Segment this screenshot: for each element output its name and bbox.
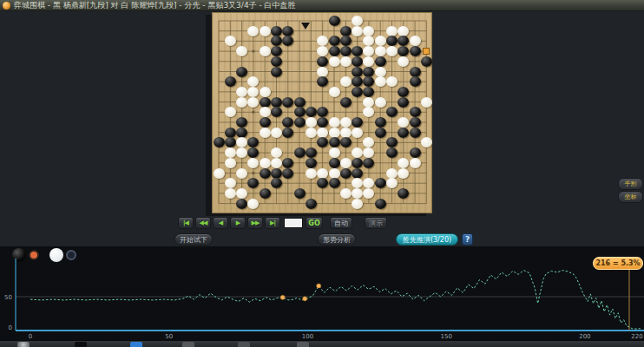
black-stone — [282, 158, 293, 168]
white-stone — [271, 147, 282, 158]
black-stone — [352, 158, 363, 168]
white-stone — [306, 128, 317, 138]
black-stone — [306, 147, 317, 158]
black-stone — [236, 199, 247, 209]
white-stone — [260, 158, 271, 168]
white-stone — [375, 76, 386, 87]
white-stone — [236, 87, 247, 97]
black-stone — [329, 158, 340, 168]
teware-button[interactable]: 手割 — [618, 178, 643, 190]
white-stone — [375, 67, 386, 77]
x-tick-label: 0 — [29, 333, 32, 340]
white-stone — [329, 56, 340, 67]
white-stone — [260, 128, 271, 138]
taskbar[interactable] — [0, 340, 644, 347]
marked-move-dot[interactable] — [317, 284, 321, 288]
taskbar-window-icon[interactable] — [238, 342, 250, 347]
go-board[interactable] — [212, 12, 432, 213]
white-stone — [329, 147, 340, 158]
black-stone — [236, 117, 247, 128]
white-stone — [363, 97, 374, 108]
forward-10-button[interactable]: ▶▶ — [247, 217, 263, 229]
white-stone — [363, 26, 374, 36]
black-stone — [214, 137, 225, 147]
white-stone — [306, 117, 317, 128]
white-stone — [260, 46, 271, 56]
go-button[interactable]: GO — [306, 217, 323, 229]
white-stone — [352, 16, 363, 26]
app-icon — [3, 2, 10, 10]
browser-icon[interactable] — [130, 342, 142, 347]
marked-move-dot[interactable] — [280, 295, 285, 299]
white-stone — [260, 87, 271, 97]
taskbar-app-icon[interactable] — [75, 342, 87, 347]
black-stone — [294, 147, 306, 158]
white-stone — [329, 87, 340, 97]
black-stone — [386, 147, 398, 158]
white-stone — [247, 26, 259, 36]
winrate-chart[interactable]: 050100150200220050 — [0, 246, 644, 340]
black-stone — [398, 97, 409, 108]
black-stone — [271, 56, 282, 67]
forward-1-button[interactable]: ▶ — [230, 217, 246, 229]
demo-button[interactable]: 演示 — [365, 217, 387, 229]
white-stone — [236, 97, 247, 108]
black-stone — [398, 128, 409, 138]
black-stone — [282, 26, 293, 36]
black-stone — [271, 26, 282, 36]
move-number-input[interactable] — [284, 218, 303, 228]
x-tick-label: 200 — [579, 333, 590, 340]
start-orb-icon[interactable] — [17, 342, 30, 347]
black-stone — [306, 158, 317, 168]
x-tick-label: 50 — [165, 333, 173, 340]
black-stone — [375, 56, 386, 67]
taskbar-window-icon[interactable] — [297, 342, 309, 347]
white-stone — [247, 97, 259, 108]
black-stone — [410, 76, 421, 87]
white-stone — [271, 158, 282, 168]
taskbar-window-icon[interactable] — [182, 342, 194, 347]
black-stone — [352, 67, 363, 77]
white-stone — [340, 56, 352, 67]
coordinates-button[interactable]: 坐标 — [618, 191, 643, 203]
position-analysis-button[interactable]: 形势分析 — [318, 233, 356, 246]
engine-analysis-button[interactable]: 抢先推演(3/20) — [396, 233, 458, 246]
step-forward-icon: ▶ — [236, 219, 240, 226]
black-stone — [352, 168, 363, 179]
white-stone — [398, 26, 409, 36]
black-stone — [375, 199, 386, 209]
white-stone — [352, 26, 363, 36]
white-stone — [386, 46, 398, 56]
black-stone — [410, 128, 421, 138]
last-move-button[interactable]: ▶| — [265, 217, 280, 229]
help-button[interactable]: ? — [462, 233, 473, 246]
black-stone — [260, 168, 271, 179]
start-trial-button[interactable]: 开始试下 — [174, 233, 213, 246]
white-stone — [236, 188, 247, 199]
skip-to-end-icon: ▶| — [270, 219, 275, 226]
white-stone — [340, 128, 352, 138]
black-stone — [236, 67, 247, 77]
black-stone — [225, 76, 236, 87]
black-stone — [329, 16, 340, 26]
white-stone — [329, 128, 340, 138]
first-move-button[interactable]: |◀ — [178, 217, 194, 229]
black-stone — [352, 117, 363, 128]
black-stone — [329, 46, 340, 56]
white-stone — [386, 168, 398, 179]
white-stone — [421, 97, 432, 108]
move-winrate-tooltip: 216 = 5.3% — [593, 257, 643, 270]
white-stone — [398, 168, 409, 179]
black-stone — [340, 97, 352, 108]
white-stone — [225, 147, 236, 158]
marked-move-dot[interactable] — [303, 297, 307, 301]
black-stone — [271, 46, 282, 56]
white-stone — [271, 128, 282, 138]
back-1-button[interactable]: ◀ — [213, 217, 228, 229]
back-10-button[interactable]: ◀◀ — [195, 217, 211, 229]
white-stone — [317, 128, 328, 138]
black-stone — [340, 168, 352, 179]
white-stone — [352, 128, 363, 138]
x-tick-label: 220 — [631, 333, 642, 340]
auto-play-button[interactable]: 自动 — [330, 217, 352, 229]
